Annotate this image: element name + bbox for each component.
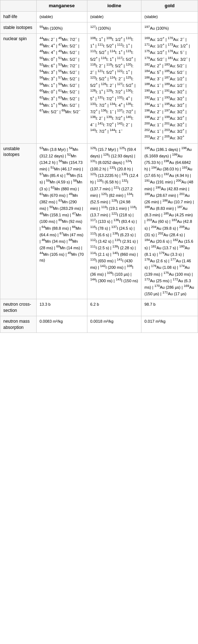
gold-nuclear-spin: 169Au: 1/2+ | 170Au: 2− | 171Au: 1/2+ | … [141,34,198,144]
header-manganese: manganese [36,0,87,12]
iodine-stable-isotopes: 127I (100%) [87,22,141,33]
header-gold: gold [141,0,198,12]
header-empty [0,0,37,12]
row-unstable-isotopes: unstable isotopes 53Mn (3.8 Myr) | 54Mn … [0,143,198,299]
iodine-unstable-isotopes: 129I (15.7 Myr) | 125I (59.4 days) | 126… [87,143,141,299]
manganese-neutron-mass-absorption: 0.0083 m²/kg [36,316,87,333]
header-iodine: iodine [87,0,141,12]
manganese-stable-isotopes: 55Mn (100%) [36,22,87,33]
element-comparison-table: manganese iodine gold half-life (stable)… [0,0,198,333]
iodine-neutron-mass-absorption: 0.0018 m²/kg [87,316,141,333]
iodine-nuclear-spin: 108I: 1+ | 109I: 1/2+ | 110I: 1+ | 111I:… [87,34,141,144]
row-neutron-mass-absorption: neutron mass absorption 0.0083 m²/kg 0.0… [0,316,198,333]
label-unstable-isotopes: unstable isotopes [0,143,37,299]
iodine-neutron-cross-section: 6.2 b [87,299,141,316]
gold-stable-isotopes: 197Au (100%) [141,22,198,33]
row-half-life: half-life (stable) (stable) (stable) [0,12,198,22]
manganese-neutron-cross-section: 13.3 b [36,299,87,316]
iodine-half-life: (stable) [87,12,141,22]
manganese-half-life: (stable) [36,12,87,22]
row-nuclear-spin: nuclear spin 44Mn: 2− | 45Mn: 7/2− | 46M… [0,34,198,144]
gold-half-life: (stable) [141,12,198,22]
row-neutron-cross-section: neutron cross-section 13.3 b 6.2 b 98.7 … [0,299,198,316]
manganese-unstable-isotopes: 53Mn (3.8 Myr) | 54Mn (312.12 days) | 52… [36,143,87,299]
label-neutron-mass-absorption: neutron mass absorption [0,316,37,333]
manganese-nuclear-spin: 44Mn: 2− | 45Mn: 7/2− | 46Mn: 4+ | 47Mn:… [36,34,87,144]
label-stable-isotopes: stable isotopes [0,22,37,33]
label-half-life: half-life [0,12,37,22]
gold-neutron-mass-absorption: 0.017 m²/kg [141,316,198,333]
label-nuclear-spin: nuclear spin [0,34,37,144]
row-stable-isotopes: stable isotopes 55Mn (100%) 127I (100%) … [0,22,198,33]
gold-neutron-cross-section: 98.7 b [141,299,198,316]
label-neutron-cross-section: neutron cross-section [0,299,37,316]
gold-unstable-isotopes: 195Au (186.1 days) | 196Au (6.1669 days)… [141,143,198,299]
